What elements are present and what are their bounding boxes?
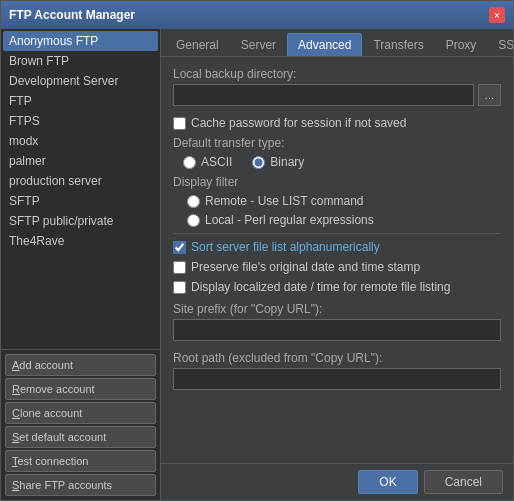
local-backup-label: Local backup directory: [173, 67, 501, 81]
cache-password-checkbox[interactable] [173, 117, 186, 130]
tab-advanced[interactable]: Advanced [287, 33, 362, 56]
local-backup-row: ... [173, 84, 501, 106]
sidebar-account-item[interactable]: FTPS [3, 111, 158, 131]
sidebar-account-item[interactable]: The4Rave [3, 231, 158, 251]
advanced-panel: Local backup directory: ... Cache passwo… [161, 57, 513, 463]
cache-password-row: Cache password for session if not saved [173, 116, 501, 130]
footer: OK Cancel [161, 463, 513, 500]
main-content: Anonymous FTPBrown FTPDevelopment Server… [1, 29, 513, 500]
tab-ssh/ssl[interactable]: SSH/SSL [487, 33, 513, 56]
binary-radio[interactable] [252, 156, 265, 169]
sidebar: Anonymous FTPBrown FTPDevelopment Server… [1, 29, 161, 500]
window-title: FTP Account Manager [9, 8, 135, 22]
local-backup-input[interactable] [173, 84, 474, 106]
local-radio[interactable] [187, 214, 200, 227]
preserve-label: Preserve file's original date and time s… [191, 260, 420, 274]
tab-general[interactable]: General [165, 33, 230, 56]
share-ftp-button[interactable]: Share FTP accounts [5, 474, 156, 496]
display-localized-label: Display localized date / time for remote… [191, 280, 450, 294]
root-path-label: Root path (excluded from "Copy URL"): [173, 351, 501, 365]
sort-row: Sort server file list alphanumerically [173, 240, 501, 254]
remote-option[interactable]: Remote - Use LIST command [187, 194, 501, 208]
tab-proxy[interactable]: Proxy [435, 33, 488, 56]
ok-button[interactable]: OK [358, 470, 417, 494]
sidebar-account-item[interactable]: modx [3, 131, 158, 151]
ascii-option[interactable]: ASCII [183, 155, 232, 169]
preserve-row: Preserve file's original date and time s… [173, 260, 501, 274]
sidebar-buttons: Add accountRemove accountClone accountSe… [1, 349, 160, 500]
sidebar-account-item[interactable]: SFTP [3, 191, 158, 211]
local-label: Local - Perl regular expressions [205, 213, 374, 227]
sidebar-account-item[interactable]: Anonymous FTP [3, 31, 158, 51]
site-prefix-group: Site prefix (for "Copy URL"): [173, 302, 501, 341]
site-prefix-label: Site prefix (for "Copy URL"): [173, 302, 501, 316]
binary-option[interactable]: Binary [252, 155, 304, 169]
remote-label: Remote - Use LIST command [205, 194, 364, 208]
tabs-bar: GeneralServerAdvancedTransfersProxySSH/S… [161, 29, 513, 57]
display-filter-group: Remote - Use LIST command Local - Perl r… [187, 194, 501, 227]
clone-account-button[interactable]: Clone account [5, 402, 156, 424]
main-panel: GeneralServerAdvancedTransfersProxySSH/S… [161, 29, 513, 500]
add-account-button[interactable]: Add account [5, 354, 156, 376]
separator1 [173, 233, 501, 234]
remove-account-button[interactable]: Remove account [5, 378, 156, 400]
tab-server[interactable]: Server [230, 33, 287, 56]
ascii-radio[interactable] [183, 156, 196, 169]
root-path-group: Root path (excluded from "Copy URL"): [173, 351, 501, 390]
ftp-account-manager-window: FTP Account Manager × Anonymous FTPBrown… [0, 0, 514, 501]
remote-radio[interactable] [187, 195, 200, 208]
preserve-checkbox[interactable] [173, 261, 186, 274]
sidebar-account-item[interactable]: FTP [3, 91, 158, 111]
tab-transfers[interactable]: Transfers [362, 33, 434, 56]
local-option[interactable]: Local - Perl regular expressions [187, 213, 501, 227]
cancel-button[interactable]: Cancel [424, 470, 503, 494]
binary-label: Binary [270, 155, 304, 169]
browse-button[interactable]: ... [478, 84, 501, 106]
display-localized-checkbox[interactable] [173, 281, 186, 294]
sidebar-account-item[interactable]: Brown FTP [3, 51, 158, 71]
test-connection-button[interactable]: Test connection [5, 450, 156, 472]
account-list: Anonymous FTPBrown FTPDevelopment Server… [1, 29, 160, 349]
display-localized-row: Display localized date / time for remote… [173, 280, 501, 294]
close-button[interactable]: × [489, 7, 505, 23]
sort-label: Sort server file list alphanumerically [191, 240, 380, 254]
cache-password-label: Cache password for session if not saved [191, 116, 406, 130]
ascii-label: ASCII [201, 155, 232, 169]
site-prefix-input[interactable] [173, 319, 501, 341]
set-default-button[interactable]: Set default account [5, 426, 156, 448]
sidebar-account-item[interactable]: Development Server [3, 71, 158, 91]
title-bar: FTP Account Manager × [1, 1, 513, 29]
sidebar-account-item[interactable]: palmer [3, 151, 158, 171]
sidebar-account-item[interactable]: production server [3, 171, 158, 191]
display-filter-label: Display filter [173, 175, 501, 189]
transfer-type-label: Default transfer type: [173, 136, 501, 150]
sidebar-account-item[interactable]: SFTP public/private [3, 211, 158, 231]
transfer-type-group: ASCII Binary [183, 155, 501, 169]
local-backup-group: Local backup directory: ... [173, 67, 501, 106]
root-path-input[interactable] [173, 368, 501, 390]
sort-checkbox[interactable] [173, 241, 186, 254]
